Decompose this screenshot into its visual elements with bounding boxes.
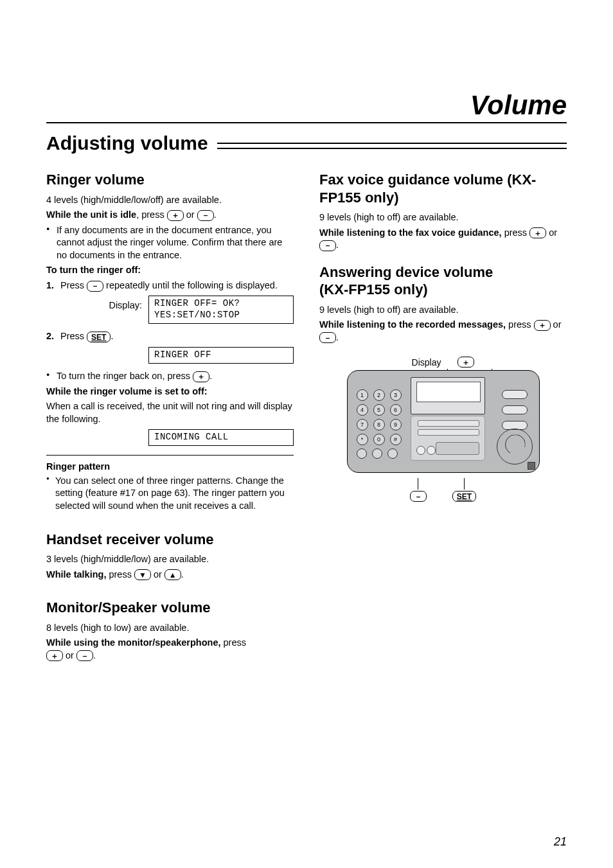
device-oval-button bbox=[502, 405, 528, 414]
monitor-while-label: While using the monitor/speakerphone, bbox=[46, 637, 221, 648]
keypad-key: 7 bbox=[357, 419, 368, 430]
device-port-icon bbox=[528, 462, 535, 470]
ringer-bullet-docs: If any documents are in the document ent… bbox=[46, 224, 294, 262]
lcd-ringer-off: RINGER OFF bbox=[148, 347, 294, 364]
or-text: or bbox=[151, 569, 164, 580]
step2-text-b: . bbox=[111, 331, 113, 341]
up-button[interactable]: ▲ bbox=[164, 569, 181, 580]
device-button-bar bbox=[418, 420, 479, 427]
fax-while-label: While listening to the fax voice guidanc… bbox=[319, 227, 502, 238]
handset-intro: 3 levels (high/middle/low) are available… bbox=[46, 553, 294, 566]
keypad-key: 9 bbox=[390, 419, 402, 430]
diagram-minus-callout: － bbox=[410, 491, 427, 502]
device-small-button bbox=[427, 446, 436, 455]
minus-button[interactable]: － bbox=[319, 240, 336, 251]
display-label: Display: bbox=[109, 296, 142, 312]
device-body: 123 456 789 *0# bbox=[347, 370, 540, 473]
period: . bbox=[93, 650, 96, 660]
monitor-intro: 8 levels (high to low) are available. bbox=[46, 622, 294, 635]
set-button[interactable]: SET bbox=[87, 332, 111, 342]
keypad-key: 0 bbox=[373, 434, 385, 445]
diagram-plus-callout: ＋ bbox=[458, 357, 474, 368]
keypad-key: 5 bbox=[373, 404, 385, 416]
keypad-key: 2 bbox=[373, 389, 385, 401]
leader-line bbox=[418, 478, 418, 490]
keypad-key: # bbox=[390, 434, 402, 445]
keypad-extra bbox=[387, 448, 398, 459]
handset-while: While talking, press ▼ or ▲. bbox=[46, 569, 294, 581]
keypad-key: * bbox=[357, 434, 368, 445]
back-on-a: To turn the ringer back on, press bbox=[57, 371, 193, 381]
plus-button[interactable]: ＋ bbox=[534, 320, 551, 331]
period: . bbox=[181, 569, 184, 580]
monitor-while-suffix: press bbox=[221, 637, 247, 648]
or-text: or bbox=[546, 227, 557, 238]
device-oval-button bbox=[502, 390, 528, 399]
while-off-heading: While the ringer volume is set to off: bbox=[46, 385, 294, 398]
plus-button[interactable]: ＋ bbox=[46, 650, 63, 661]
device-diagram: Display ＋ bbox=[347, 357, 540, 502]
answering-heading: Answering device volume (KX-FP155 only) bbox=[319, 263, 567, 299]
ringer-pattern-note: You can select one of three ringer patte… bbox=[46, 475, 294, 513]
plus-button[interactable]: ＋ bbox=[167, 210, 184, 221]
device-button-bar bbox=[418, 429, 479, 436]
ringer-while-idle: While the unit is idle, press ＋ or －. bbox=[46, 209, 294, 222]
period: . bbox=[336, 240, 339, 250]
period: . bbox=[336, 332, 339, 342]
plus-button[interactable]: ＋ bbox=[193, 371, 209, 382]
answering-while-suffix: press bbox=[506, 319, 534, 330]
device-screen-area bbox=[411, 377, 485, 414]
minus-button[interactable]: － bbox=[319, 332, 336, 343]
step-2: Press SET. RINGER OFF bbox=[46, 330, 294, 364]
while-idle-label: While the unit is idle bbox=[46, 209, 136, 220]
leader-line bbox=[464, 478, 465, 490]
answering-while-label: While listening to the recorded messages… bbox=[319, 319, 506, 330]
monitor-volume-heading: Monitor/Speaker volume bbox=[46, 599, 294, 617]
ringer-back-on: To turn the ringer back on, press ＋. bbox=[46, 370, 294, 383]
period: . bbox=[214, 209, 217, 220]
device-keypad: 123 456 789 *0# bbox=[357, 386, 408, 462]
or-text: or bbox=[551, 319, 562, 330]
divider bbox=[46, 455, 294, 456]
device-wide-button bbox=[436, 442, 479, 455]
answering-heading-l2: (KX-FP155 only) bbox=[319, 281, 428, 297]
diagram-set-callout: SET bbox=[452, 491, 476, 502]
answering-intro: 9 levels (high to off) are available. bbox=[319, 304, 567, 317]
handset-while-label: While talking, bbox=[46, 569, 106, 580]
heading-rule bbox=[217, 143, 567, 149]
device-dial bbox=[497, 429, 533, 465]
while-off-text: When a call is received, the unit will n… bbox=[46, 400, 294, 425]
minus-button[interactable]: － bbox=[87, 281, 103, 292]
or-text: or bbox=[63, 650, 76, 660]
keypad-extra bbox=[372, 448, 382, 459]
or-text: or bbox=[184, 209, 197, 220]
minus-button[interactable]: － bbox=[197, 210, 214, 221]
fax-while-suffix: press bbox=[502, 227, 530, 238]
ringer-volume-heading: Ringer volume bbox=[46, 171, 294, 189]
device-mid-panel bbox=[411, 416, 485, 461]
fax-guidance-heading: Fax voice guidance volume (KX-FP155 only… bbox=[319, 171, 567, 206]
keypad-extra bbox=[357, 448, 367, 459]
while-idle-suffix: , press bbox=[136, 209, 167, 220]
device-lcd bbox=[416, 382, 481, 402]
step1-text-a: Press bbox=[60, 280, 87, 290]
keypad-key: 1 bbox=[357, 389, 368, 401]
ringer-pattern-heading: Ringer pattern bbox=[46, 461, 294, 474]
monitor-while: While using the monitor/speakerphone, pr… bbox=[46, 637, 294, 662]
device-small-button bbox=[416, 446, 425, 455]
minus-button[interactable]: － bbox=[76, 650, 93, 661]
page-number: 21 bbox=[554, 835, 567, 849]
keypad-key: 8 bbox=[373, 419, 385, 430]
diagram-display-label: Display bbox=[412, 357, 441, 368]
answering-heading-l1: Answering device volume bbox=[319, 264, 493, 280]
keypad-key: 6 bbox=[390, 404, 402, 416]
section-heading: Adjusting volume bbox=[46, 132, 208, 154]
answering-while: While listening to the recorded messages… bbox=[319, 319, 567, 344]
down-button[interactable]: ▼ bbox=[134, 569, 151, 580]
lcd-ringer-off-prompt: RINGER OFF= OK? YES:SET/NO:STOP bbox=[148, 296, 294, 324]
lcd-incoming-call: INCOMING CALL bbox=[148, 429, 294, 446]
handset-while-suffix: press bbox=[106, 569, 134, 580]
handset-volume-heading: Handset receiver volume bbox=[46, 531, 294, 549]
step-1: Press － repeatedly until the following i… bbox=[46, 279, 294, 324]
plus-button[interactable]: ＋ bbox=[529, 227, 546, 238]
